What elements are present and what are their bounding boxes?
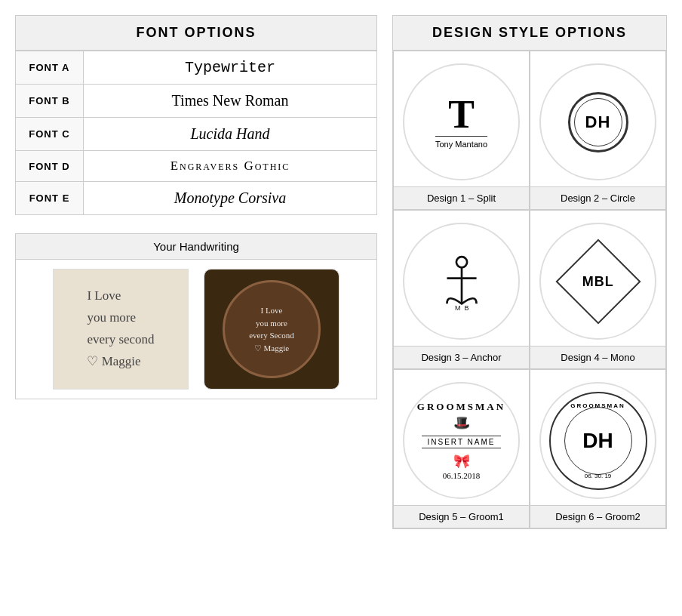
design-4-initials: MBL xyxy=(582,273,614,289)
design-4-preview: MBL xyxy=(539,223,656,340)
table-row: FONT D Engravers Gothic xyxy=(16,151,377,182)
font-c-name: Lucida Hand xyxy=(84,118,377,151)
design-2-initials: DH xyxy=(574,98,622,146)
design-6-outer-circle: GROOMSMAN DH 06. 30. 19 xyxy=(549,392,647,490)
svg-text:B: B xyxy=(464,304,468,312)
font-b-name: Times New Roman xyxy=(84,85,377,118)
design-5-groomsman: GROOMSMAN xyxy=(417,401,505,413)
design-5-insert: INSERT NAME xyxy=(422,436,502,448)
handwriting-images: I Loveyou moreevery second♡ Maggie I Lov… xyxy=(16,260,376,399)
table-row: FONT A Typewriter xyxy=(16,51,377,85)
design-5-content: GROOMSMAN 🎩 INSERT NAME 🎀 06.15.2018 xyxy=(411,395,512,486)
design-1-letter: T xyxy=(448,95,475,134)
design-5-label: Design 5 – Groom1 xyxy=(394,505,529,528)
design-6-preview: GROOMSMAN DH 06. 30. 19 xyxy=(539,382,656,499)
design-style-title: DESIGN STYLE OPTIONS xyxy=(392,15,667,51)
bow-tie-icon: 🎩 xyxy=(453,414,470,431)
design-2-preview: DH xyxy=(539,63,656,180)
design-3-cell: M B Design 3 – Anchor xyxy=(393,210,530,369)
design-3-preview: M B xyxy=(403,223,520,340)
design-6-date: 06. 30. 19 xyxy=(585,473,612,479)
watch-engraving: I Loveyou moreevery Second♡ Maggie xyxy=(249,304,294,354)
font-b-label: FONT B xyxy=(16,85,84,118)
design-1-name: Tony Mantano xyxy=(435,136,487,149)
design-2-content: DH xyxy=(568,92,628,152)
design-4-cell: MBL Design 4 – Mono xyxy=(530,210,666,369)
design-4-diamond: MBL xyxy=(555,239,641,324)
handwriting-watch-image: I Loveyou moreevery Second♡ Maggie xyxy=(204,269,339,390)
table-row: FONT E Monotype Corsiva xyxy=(16,182,377,215)
handwriting-note-image: I Loveyou moreevery second♡ Maggie xyxy=(53,269,189,390)
watch-face: I Loveyou moreevery Second♡ Maggie xyxy=(223,280,321,378)
svg-point-0 xyxy=(456,257,466,267)
design-5-cell: GROOMSMAN 🎩 INSERT NAME 🎀 06.15.2018 Des… xyxy=(393,369,530,528)
design-2-cell: DH Design 2 – Circle xyxy=(530,51,666,210)
table-row: FONT B Times New Roman xyxy=(16,85,377,118)
design-6-cell: GROOMSMAN DH 06. 30. 19 Design 6 – Groom… xyxy=(530,369,666,528)
font-e-label: FONT E xyxy=(16,182,84,215)
font-e-name: Monotype Corsiva xyxy=(84,182,377,215)
right-panel: DESIGN STYLE OPTIONS T Tony Mantano Desi… xyxy=(392,15,667,601)
anchor-icon: M B xyxy=(432,251,492,312)
font-c-label: FONT C xyxy=(16,118,84,151)
design-6-groomsman: GROOMSMAN xyxy=(570,402,625,409)
font-options-title: FONT OPTIONS xyxy=(15,15,377,51)
design-6-initials: DH xyxy=(582,429,613,453)
design-grid: T Tony Mantano Design 1 – Split DH Desig… xyxy=(392,51,667,529)
design-2-text: DH xyxy=(585,112,611,132)
design-5-date: 06.15.2018 xyxy=(443,471,481,480)
handwriting-title: Your Handwriting xyxy=(16,234,376,260)
design-1-preview: T Tony Mantano xyxy=(403,63,520,180)
left-panel: FONT OPTIONS FONT A Typewriter FONT B Ti… xyxy=(15,15,377,601)
handwriting-section: Your Handwriting I Loveyou moreevery sec… xyxy=(15,233,377,399)
design-4-label: Design 4 – Mono xyxy=(530,346,665,368)
font-d-name: Engravers Gothic xyxy=(84,151,377,182)
font-d-label: FONT D xyxy=(16,151,84,182)
bow-icon: 🎀 xyxy=(453,453,470,470)
font-a-name: Typewriter xyxy=(84,51,377,85)
design-3-label: Design 3 – Anchor xyxy=(394,346,529,368)
design-5-preview: GROOMSMAN 🎩 INSERT NAME 🎀 06.15.2018 xyxy=(403,382,520,499)
design-6-label: Design 6 – Groom2 xyxy=(530,505,665,528)
design-1-label: Design 1 – Split xyxy=(394,186,529,209)
table-row: FONT C Lucida Hand xyxy=(16,118,377,151)
svg-text:M: M xyxy=(455,304,460,312)
design-1-cell: T Tony Mantano Design 1 – Split xyxy=(393,51,530,210)
design-1-content: T Tony Mantano xyxy=(435,95,487,149)
font-table: FONT A Typewriter FONT B Times New Roman… xyxy=(15,51,377,215)
design-2-label: Design 2 – Circle xyxy=(530,186,665,209)
design-6-inner-circle: DH xyxy=(564,407,632,475)
font-a-label: FONT A xyxy=(16,51,84,85)
